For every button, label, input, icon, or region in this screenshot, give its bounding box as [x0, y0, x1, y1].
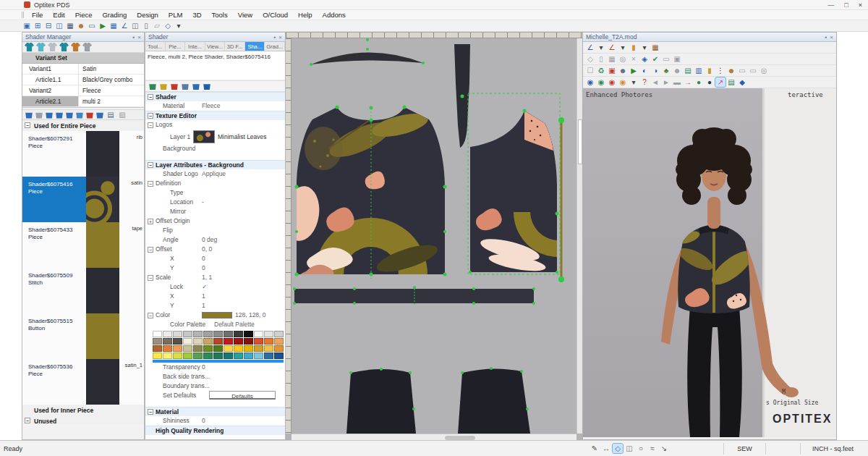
palette-swatch[interactable] — [274, 338, 284, 345]
tree-section[interactable]: −Material — [145, 407, 285, 416]
pin-tool-icon[interactable]: ▯ — [596, 54, 606, 64]
expand-icon[interactable]: − — [148, 247, 153, 253]
mannequin-icon[interactable]: ☻ — [672, 66, 682, 75]
palette-swatch[interactable] — [193, 338, 203, 345]
expand-icon[interactable]: − — [148, 94, 153, 100]
menu-help[interactable]: Help — [293, 10, 318, 20]
variant-row[interactable]: Variant2Fleece — [22, 85, 144, 96]
folder-icon[interactable]: ▮ — [629, 43, 639, 52]
palette-swatch[interactable] — [224, 345, 233, 352]
shader-layer-icon[interactable] — [170, 83, 179, 90]
shirt-variant-icon[interactable] — [71, 43, 80, 51]
workspace-icon[interactable]: ▭ — [87, 21, 97, 30]
palette-swatch[interactable] — [244, 331, 253, 337]
minimize-button[interactable]: — — [827, 1, 834, 9]
avatar-icon[interactable]: ☻ — [726, 66, 736, 75]
shader-swatch[interactable] — [86, 359, 119, 405]
pattern-pieces-drawing[interactable] — [292, 38, 576, 434]
shader-list-item[interactable]: Shader$6075509Stitch — [22, 268, 144, 313]
palette-swatch[interactable] — [213, 338, 223, 345]
shader-swatch[interactable] — [86, 177, 119, 222]
layer-thumbnail[interactable] — [193, 130, 215, 143]
flag-icon[interactable]: ◈ — [639, 54, 650, 64]
caret-icon[interactable]: ▾ — [596, 43, 606, 52]
render-mode-icon[interactable]: ◉ — [596, 77, 606, 87]
palette-swatch[interactable] — [193, 352, 203, 359]
shirt-variant-icon[interactable] — [36, 43, 46, 51]
tab-pie[interactable]: Pie... — [166, 42, 186, 51]
palette-swatch[interactable] — [254, 338, 263, 345]
cloth-left-icon[interactable]: ◐ — [639, 66, 650, 75]
tree-row[interactable]: Set DefaultsDefaults — [145, 391, 285, 400]
select-tool-icon[interactable]: ◇ — [585, 54, 595, 64]
tile-windows-icon[interactable]: ⊞ — [33, 21, 43, 30]
props-icon[interactable]: ▥ — [694, 66, 704, 75]
tab-tool[interactable]: Tool... — [145, 42, 166, 51]
palette-swatch[interactable] — [234, 338, 243, 345]
shader-panel-title-bar[interactable]: Shader ▪ × — [145, 33, 285, 42]
blank-page-icon[interactable]: ▱ — [152, 21, 162, 30]
edit-mode-icon[interactable]: ✎ — [590, 444, 600, 453]
delete-icon[interactable]: ▣ — [607, 66, 617, 75]
expand-icon[interactable]: − — [148, 313, 153, 318]
forward-icon[interactable]: ► — [661, 77, 671, 87]
tree-row[interactable]: Location- — [145, 198, 285, 207]
tree-row[interactable]: −Offset0, 0 — [145, 245, 285, 254]
shader-list-item[interactable]: Shader$6075536Piecesatin_1 — [22, 359, 144, 405]
shader-swatch[interactable] — [86, 222, 119, 268]
palette-swatch[interactable] — [254, 331, 263, 337]
tree-row[interactable]: Type — [145, 188, 285, 198]
tree-row[interactable]: −Color128, 128, 0 — [145, 311, 285, 320]
palette-swatch[interactable] — [264, 352, 273, 359]
palette-swatch[interactable] — [274, 345, 284, 352]
back-icon[interactable]: ◄ — [650, 77, 660, 87]
palette-swatch[interactable] — [183, 331, 192, 337]
shader-list-item[interactable]: Shader$6075291Piecerib — [22, 131, 144, 177]
tab-grad[interactable]: Grad... — [265, 42, 285, 51]
menu-3d[interactable]: 3D — [187, 10, 206, 20]
palette-swatch[interactable] — [274, 352, 284, 359]
pieces-mode-icon[interactable]: ◫ — [624, 444, 634, 453]
lens-icon[interactable]: ◎ — [759, 66, 769, 75]
shader-apply-icon[interactable] — [65, 111, 74, 119]
delete-tool-icon[interactable]: × — [629, 54, 639, 64]
close-icon[interactable]: × — [830, 34, 833, 41]
palette-swatch[interactable] — [173, 338, 182, 345]
layers-icon[interactable]: ▤ — [726, 77, 736, 87]
palette-swatch[interactable] — [234, 352, 243, 359]
shader-list-item[interactable]: Shader$6075515Button — [22, 313, 144, 359]
shader-apply-icon[interactable] — [25, 111, 33, 119]
shader-apply-icon[interactable] — [35, 111, 43, 119]
expand-icon[interactable]: − — [148, 275, 153, 281]
palette-swatch[interactable] — [173, 331, 182, 337]
shader-swatch[interactable] — [86, 313, 119, 359]
expand-icon[interactable]: − — [148, 162, 153, 168]
pattern-canvas[interactable] — [286, 32, 582, 440]
menu-piece[interactable]: Piece — [70, 10, 98, 20]
palette-swatch[interactable] — [203, 345, 213, 352]
menu-tools[interactable]: Tools — [207, 10, 233, 20]
palette-swatch[interactable] — [153, 345, 162, 352]
tree-row[interactable]: X0 — [145, 254, 285, 263]
tree-row[interactable]: Y0 — [145, 263, 285, 273]
measure-line[interactable] — [558, 117, 564, 282]
palette-swatch[interactable] — [244, 345, 253, 352]
shader-list-icon[interactable]: ▤ — [106, 110, 116, 119]
tree-row[interactable]: Transparency0 — [145, 363, 285, 372]
caret-icon[interactable]: ▾ — [618, 43, 628, 52]
status-sew-mode[interactable]: SEW — [723, 443, 765, 455]
palette-swatch[interactable] — [173, 352, 182, 359]
play-icon[interactable]: ▶ — [629, 66, 639, 75]
avatar-icon[interactable]: ☻ — [76, 21, 86, 30]
material-icon[interactable]: ◆ — [737, 77, 747, 87]
palette-swatch[interactable] — [163, 352, 172, 359]
tree-row[interactable]: MaterialFleece — [145, 101, 285, 111]
sim-table-icon[interactable]: ▤ — [683, 66, 693, 75]
tab-3df[interactable]: 3D F... — [225, 42, 245, 51]
tree-row[interactable]: Shader LogoApplique — [145, 169, 285, 179]
help-icon[interactable]: ? — [639, 77, 650, 87]
palette-swatch[interactable] — [224, 338, 233, 345]
palette-swatch[interactable] — [163, 331, 172, 337]
render-mode-icon[interactable]: ◉ — [585, 77, 595, 87]
measure-tool-icon[interactable]: ∠ — [119, 21, 129, 30]
